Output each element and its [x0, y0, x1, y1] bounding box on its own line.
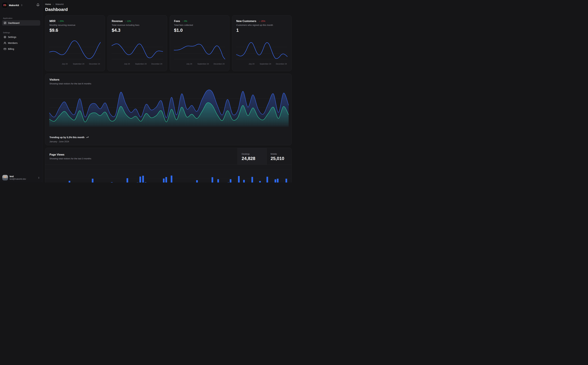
stat-card-subtitle: Monthly recurring revenue: [49, 24, 101, 26]
page-views-bar: [251, 177, 253, 182]
page-views-bar: [166, 177, 167, 182]
visitors-trend-row: Trending up by 5.2% this month: [49, 136, 89, 139]
x-axis-tick: December 24: [89, 63, 100, 65]
sidebar-item-label: Dashboard: [8, 22, 20, 24]
page-views-bar: [275, 179, 276, 182]
team-selector[interactable]: m Makerkit: [0, 0, 42, 8]
gridline: [45, 178, 291, 179]
x-axis-tick: July 24: [124, 63, 130, 65]
page-views-bar: [277, 179, 278, 182]
visitors-title: Visitors: [49, 78, 59, 81]
sidebar: m Makerkit Application Dashboard Setting…: [0, 0, 42, 182]
stat-card-sparkline: [174, 40, 225, 61]
stat-card-subtitle: Total fees collected: [174, 24, 225, 26]
page-views-title: Page Views: [49, 153, 233, 156]
page-views-bar: [238, 176, 240, 182]
arrow-down-icon: ↓: [259, 20, 260, 22]
stat-card-title: Fees: [174, 20, 180, 23]
breadcrumb-home-link[interactable]: Home: [45, 3, 51, 6]
page-views-bar: [217, 179, 219, 182]
stat-card-sparkline: [112, 40, 163, 61]
stat-card-mrr: MRR↑20%Monthly recurring revenue$9.6July…: [45, 15, 105, 71]
user-name: test: [10, 175, 26, 178]
makerkit-logo: m: [2, 3, 7, 8]
tab-mobile-value: 25,010: [270, 156, 291, 161]
gear-icon: [4, 36, 6, 38]
page-views-bar: [69, 181, 70, 182]
visitors-period: January - June 2024: [49, 140, 69, 143]
page-views-bar: [243, 180, 245, 182]
x-axis-tick: December 24: [151, 63, 162, 65]
page-views-header-text: Page Views Showing total visitors for th…: [45, 148, 237, 164]
credit-card-icon: [4, 48, 6, 50]
x-axis-tick: September 24: [73, 63, 84, 65]
page-views-bar: [266, 177, 268, 182]
chevron-right-icon: [52, 3, 54, 5]
tab-desktop[interactable]: Desktop 24,828: [237, 148, 266, 164]
sidebar-item-settings[interactable]: Settings: [2, 35, 40, 39]
sidebar-nav-application: Dashboard: [0, 19, 42, 26]
stat-card-value: $1.0: [174, 28, 225, 33]
page-title: Dashboard: [45, 7, 292, 12]
x-axis-tick: December 24: [276, 63, 287, 65]
breadcrumb: Home Makerkit: [45, 3, 292, 6]
page-views-bar: [126, 178, 128, 182]
page-views-bar: [230, 179, 231, 182]
sidebar-item-dashboard[interactable]: Dashboard: [2, 20, 40, 26]
page-views-bar: [196, 180, 198, 182]
visitors-trend-text: Trending up by 5.2% this month: [49, 136, 84, 139]
bell-icon: [36, 3, 40, 7]
stat-card-x-axis: July 24September 24December 24: [174, 63, 225, 65]
stat-card-value: $4.3: [112, 28, 163, 33]
stat-card-sparkline: [236, 40, 287, 61]
tab-desktop-label: Desktop: [242, 153, 266, 155]
stat-card-grid: MRR↑20%Monthly recurring revenue$9.6July…: [45, 15, 292, 71]
layout-grid-icon: [4, 21, 7, 24]
page-views-header: Page Views Showing total visitors for th…: [45, 148, 291, 165]
page-views-card: Page Views Showing total visitors for th…: [45, 148, 292, 182]
stat-card-x-axis: July 24September 24December 24: [49, 63, 101, 65]
sidebar-section-application: Application: [3, 17, 39, 19]
stat-card-value: $9.6: [49, 28, 101, 33]
visitors-area-chart: [49, 89, 289, 127]
stat-card-fees: Fees↑9%Total fees collected$1.0July 24Se…: [170, 15, 229, 71]
app-root: m Makerkit Application Dashboard Setting…: [0, 0, 294, 182]
stat-card-new-customers: New Customers↓-25%Customers who signed u…: [232, 15, 292, 71]
visitors-subtitle: Showing total visitors for the last 6 mo…: [49, 82, 91, 85]
x-axis-tick: December 24: [214, 63, 224, 65]
x-axis-tick: September 24: [197, 63, 209, 65]
breadcrumb-current: Makerkit: [55, 3, 64, 6]
trending-up-icon: [86, 136, 89, 139]
stat-card-change: ↓-25%: [259, 20, 265, 22]
arrow-up-icon: ↑: [58, 20, 59, 22]
page-views-bar: [145, 182, 146, 182]
sidebar-item-members[interactable]: Members: [2, 41, 40, 45]
page-views-bar-chart: [45, 165, 291, 182]
page-views-bar: [111, 182, 113, 182]
sidebar-item-label: Settings: [8, 36, 16, 38]
sidebar-section-settings: Settings: [3, 32, 39, 34]
stat-card-subtitle: Customers who signed up this month: [236, 24, 287, 26]
stat-card-change: ↑12%: [125, 20, 131, 22]
stat-card-title: New Customers: [236, 20, 256, 23]
notifications-button[interactable]: [36, 3, 40, 7]
tab-mobile-label: Mobile: [270, 153, 291, 155]
user-menu[interactable]: test test@makerkit.dev: [0, 173, 42, 182]
stat-card-change: ↑20%: [58, 20, 64, 22]
stat-card-x-axis: July 24September 24December 24: [236, 63, 288, 65]
page-views-bar: [212, 177, 213, 182]
main-content: Home Makerkit Dashboard MRR↑20%Monthly r…: [42, 0, 294, 182]
x-axis-tick: September 24: [135, 63, 146, 65]
tab-mobile[interactable]: Mobile 25,010: [266, 148, 291, 164]
x-axis-tick: July 24: [62, 63, 68, 65]
user-info: test test@makerkit.dev: [10, 175, 26, 180]
sidebar-item-label: Billing: [8, 48, 14, 50]
chevrons-up-down-icon: [21, 4, 23, 6]
x-axis-tick: July 24: [187, 63, 192, 65]
stat-card-change-value: 9%: [184, 20, 187, 22]
stat-card-change-value: 12%: [127, 20, 131, 22]
users-icon: [4, 42, 6, 44]
page-views-bar: [142, 176, 144, 182]
sidebar-item-billing[interactable]: Billing: [2, 47, 40, 51]
sidebar-nav-settings: SettingsMembersBilling: [0, 34, 42, 51]
